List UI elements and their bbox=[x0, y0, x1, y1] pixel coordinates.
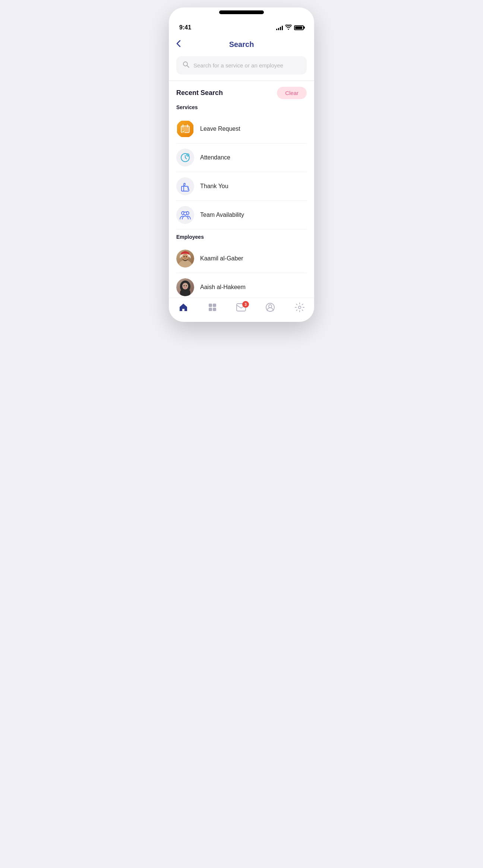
employees-label: Employees bbox=[176, 234, 307, 240]
status-bar: 9:41 bbox=[169, 16, 314, 34]
page-title: Search bbox=[229, 40, 254, 49]
svg-point-0 bbox=[183, 62, 187, 66]
thank-you-label: Thank You bbox=[200, 183, 228, 190]
notch-area bbox=[169, 7, 314, 16]
avatar bbox=[176, 278, 194, 296]
attendance-icon-wrapper bbox=[176, 149, 194, 167]
list-item[interactable]: Leave Request bbox=[176, 115, 307, 143]
svg-point-31 bbox=[298, 306, 301, 309]
search-box[interactable]: Search for a service or an employee bbox=[176, 56, 307, 75]
employees-section: Employees bbox=[176, 234, 307, 301]
thumbsup-icon bbox=[180, 181, 191, 192]
tab-grid[interactable] bbox=[208, 303, 217, 314]
svg-rect-26 bbox=[209, 308, 212, 311]
phone-frame: 9:41 bbox=[169, 7, 314, 322]
list-item[interactable]: Attendance bbox=[176, 143, 307, 172]
svg-rect-25 bbox=[213, 304, 216, 307]
wifi-icon bbox=[285, 25, 292, 31]
list-item[interactable]: Team Availability bbox=[176, 201, 307, 229]
leave-request-icon-wrapper bbox=[176, 120, 194, 138]
svg-point-20 bbox=[182, 283, 188, 289]
team-availability-icon-wrapper bbox=[176, 206, 194, 224]
svg-point-10 bbox=[184, 212, 187, 215]
avatar bbox=[176, 250, 194, 267]
team-availability-label: Team Availability bbox=[200, 212, 244, 218]
search-placeholder: Search for a service or an employee bbox=[193, 62, 283, 69]
kaamil-avatar-wrapper bbox=[176, 250, 194, 267]
svg-point-22 bbox=[186, 285, 187, 286]
back-button[interactable] bbox=[176, 40, 181, 50]
search-container: Search for a service or an employee bbox=[169, 53, 314, 80]
recent-search-section: Recent Search Clear Services L bbox=[169, 87, 314, 301]
kaamil-label: Kaamil al-Gaber bbox=[200, 255, 243, 262]
services-label: Services bbox=[176, 104, 307, 110]
leave-request-icon bbox=[177, 121, 193, 137]
svg-rect-24 bbox=[209, 304, 212, 307]
svg-point-30 bbox=[269, 305, 272, 308]
tab-home[interactable] bbox=[179, 302, 188, 314]
mail-icon: 3 bbox=[236, 303, 246, 314]
attendance-label: Attendance bbox=[200, 154, 230, 161]
home-icon bbox=[179, 302, 188, 314]
signal-icon bbox=[276, 25, 283, 30]
aaish-label: Aaish al-Hakeem bbox=[200, 284, 246, 291]
svg-rect-23 bbox=[180, 289, 190, 296]
attendance-icon bbox=[180, 152, 191, 163]
grid-icon bbox=[208, 303, 217, 314]
team-icon bbox=[179, 210, 191, 220]
tab-settings[interactable] bbox=[295, 302, 304, 314]
leave-request-label: Leave Request bbox=[200, 126, 240, 132]
profile-icon bbox=[265, 302, 275, 314]
status-icons bbox=[276, 25, 304, 31]
recent-search-title: Recent Search bbox=[176, 89, 223, 97]
svg-point-21 bbox=[184, 285, 185, 286]
search-icon bbox=[182, 61, 190, 70]
dynamic-island bbox=[219, 10, 264, 14]
clear-button[interactable]: Clear bbox=[277, 87, 307, 99]
svg-point-15 bbox=[184, 256, 185, 257]
list-item[interactable]: Thank You bbox=[176, 172, 307, 201]
mail-badge: 3 bbox=[242, 301, 249, 308]
status-time: 9:41 bbox=[179, 24, 191, 31]
page-header: Search bbox=[169, 34, 314, 53]
tab-mail[interactable]: 3 bbox=[236, 303, 246, 314]
thank-you-icon-wrapper bbox=[176, 177, 194, 195]
aaish-avatar-wrapper bbox=[176, 278, 194, 296]
section-header: Recent Search Clear bbox=[176, 87, 307, 99]
battery-icon bbox=[294, 25, 304, 30]
list-item[interactable]: Kaamil al-Gaber bbox=[176, 244, 307, 273]
divider bbox=[169, 80, 314, 81]
tab-profile[interactable] bbox=[265, 302, 275, 314]
list-item[interactable]: Aaish al-Hakeem bbox=[176, 273, 307, 301]
settings-icon bbox=[295, 302, 304, 314]
svg-point-16 bbox=[186, 256, 187, 257]
svg-rect-27 bbox=[213, 308, 216, 311]
tab-bar: 3 bbox=[169, 298, 314, 322]
